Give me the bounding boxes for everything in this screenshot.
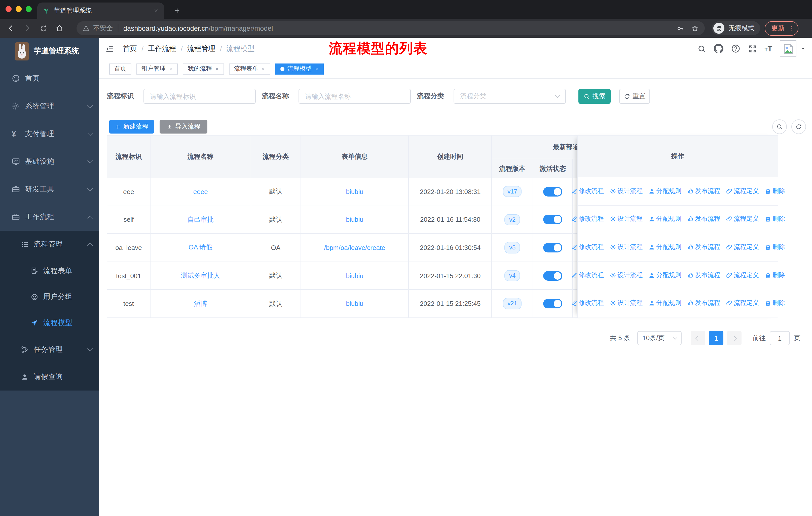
toggle-search-button[interactable]	[772, 119, 787, 134]
publish-process-link[interactable]: 发布流程	[687, 215, 720, 223]
process-definition-link[interactable]: 流程定义	[726, 187, 759, 195]
form-link[interactable]: biubiu	[346, 300, 363, 307]
delete-link[interactable]: 删除	[764, 187, 785, 195]
avatar[interactable]	[780, 40, 796, 57]
model-name-link[interactable]: 自己审批	[187, 215, 214, 224]
modify-process-link[interactable]: 修改流程	[571, 299, 604, 307]
modify-process-link[interactable]: 修改流程	[571, 271, 604, 279]
prev-page-button[interactable]	[691, 331, 705, 345]
model-name-link[interactable]: 滔博	[194, 299, 207, 308]
active-toggle[interactable]	[543, 271, 562, 280]
close-window-button[interactable]	[5, 6, 11, 12]
collapse-sidebar-button[interactable]	[105, 44, 114, 53]
design-process-link[interactable]: 设计流程	[609, 215, 643, 223]
browser-tab[interactable]: 芋道管理系统	[37, 2, 164, 19]
sidebar-item-payment[interactable]: ¥ 支付管理	[0, 120, 99, 147]
page-1-button[interactable]: 1	[709, 331, 723, 345]
delete-link[interactable]: 删除	[764, 271, 785, 279]
tag-tenant[interactable]: 租户管理	[137, 63, 178, 74]
assign-rule-link[interactable]: 分配规则	[648, 299, 682, 307]
modify-process-link[interactable]: 修改流程	[571, 215, 604, 223]
font-size-button[interactable]: TT	[764, 44, 772, 53]
design-process-link[interactable]: 设计流程	[609, 243, 643, 251]
security-label[interactable]: 不安全	[93, 24, 113, 33]
publish-process-link[interactable]: 发布流程	[687, 187, 720, 195]
fullscreen-button[interactable]	[748, 44, 757, 53]
sidebar-item-process-mgmt[interactable]: 流程管理	[0, 231, 99, 258]
publish-process-link[interactable]: 发布流程	[687, 299, 720, 307]
next-page-button[interactable]	[727, 331, 742, 345]
sidebar-item-task-mgmt[interactable]: 任务管理	[0, 336, 99, 363]
sidebar-item-process-model[interactable]: 流程模型	[0, 310, 99, 336]
model-name-link[interactable]: 测试多审批人	[181, 271, 220, 280]
reload-button[interactable]	[37, 22, 49, 34]
process-definition-link[interactable]: 流程定义	[726, 215, 759, 223]
publish-process-link[interactable]: 发布流程	[687, 271, 720, 279]
delete-link[interactable]: 删除	[764, 299, 785, 307]
close-icon[interactable]	[261, 67, 265, 71]
active-toggle[interactable]	[543, 299, 562, 308]
filter-name-input[interactable]	[298, 89, 411, 104]
import-process-button[interactable]: 导入流程	[160, 120, 207, 134]
tag-process-form[interactable]: 流程表单	[229, 63, 270, 74]
version-badge[interactable]: v5	[505, 242, 520, 253]
sidebar-item-user-group[interactable]: 用户分组	[0, 284, 99, 310]
filter-category-select[interactable]: 流程分类	[454, 89, 566, 104]
search-button[interactable]: 搜索	[578, 89, 611, 104]
active-toggle[interactable]	[543, 215, 562, 224]
close-tab-icon[interactable]	[153, 8, 158, 13]
tag-home[interactable]: 首页	[109, 63, 132, 74]
form-link[interactable]: /bpm/oa/leave/create	[324, 244, 385, 251]
sidebar-item-leave-query[interactable]: 请假查询	[0, 363, 99, 390]
goto-page-input[interactable]	[770, 331, 790, 345]
form-link[interactable]: biubiu	[346, 272, 363, 279]
sidebar-logo[interactable]: 芋道管理系统	[0, 38, 99, 64]
sidebar-item-workflow[interactable]: 工作流程	[0, 203, 99, 231]
assign-rule-link[interactable]: 分配规则	[648, 215, 682, 223]
sidebar-item-infra[interactable]: 基础设施	[0, 147, 99, 175]
tag-my-process[interactable]: 我的流程	[183, 63, 224, 74]
sidebar-item-home[interactable]: 首页	[0, 64, 99, 92]
breadcrumb-process-mgmt[interactable]: 流程管理	[187, 44, 215, 53]
active-toggle[interactable]	[543, 243, 562, 252]
breadcrumb-home[interactable]: 首页	[123, 44, 137, 53]
bookmark-star-icon[interactable]	[691, 24, 699, 32]
form-link[interactable]: biubiu	[346, 216, 363, 223]
version-badge[interactable]: v4	[505, 270, 520, 281]
address-bar[interactable]: 不安全 dashboard.yudao.iocoder.cn/bpm/manag…	[77, 21, 705, 35]
filter-id-input[interactable]	[143, 89, 256, 104]
browser-menu-dots-icon[interactable]	[788, 25, 795, 32]
design-process-link[interactable]: 设计流程	[609, 187, 643, 195]
model-name-link[interactable]: eeee	[193, 188, 208, 195]
key-icon[interactable]	[676, 24, 684, 32]
delete-link[interactable]: 删除	[764, 215, 785, 223]
create-process-button[interactable]: 新建流程	[109, 120, 154, 134]
header-search-button[interactable]	[697, 44, 706, 53]
publish-process-link[interactable]: 发布流程	[687, 243, 720, 251]
zoom-window-button[interactable]	[26, 6, 32, 12]
form-link[interactable]: biubiu	[346, 188, 363, 195]
minimize-window-button[interactable]	[16, 6, 22, 12]
sidebar-item-system[interactable]: 系统管理	[0, 92, 99, 120]
process-definition-link[interactable]: 流程定义	[726, 271, 759, 279]
model-name-link[interactable]: OA 请假	[188, 243, 212, 252]
design-process-link[interactable]: 设计流程	[609, 271, 643, 279]
design-process-link[interactable]: 设计流程	[609, 299, 643, 307]
process-definition-link[interactable]: 流程定义	[726, 299, 759, 307]
reset-button[interactable]: 重置	[619, 89, 650, 104]
process-definition-link[interactable]: 流程定义	[726, 243, 759, 251]
back-button[interactable]	[5, 22, 17, 34]
active-toggle[interactable]	[543, 187, 562, 196]
close-icon[interactable]	[215, 67, 219, 71]
user-menu-caret[interactable]	[801, 46, 806, 51]
version-badge[interactable]: v21	[503, 298, 522, 309]
sidebar-item-process-form[interactable]: 流程表单	[0, 258, 99, 284]
window-controls[interactable]	[5, 6, 32, 12]
breadcrumb-workflow[interactable]: 工作流程	[148, 44, 176, 53]
help-button[interactable]	[731, 44, 740, 53]
assign-rule-link[interactable]: 分配规则	[648, 243, 682, 251]
modify-process-link[interactable]: 修改流程	[571, 187, 604, 195]
home-button[interactable]	[53, 22, 65, 34]
close-icon[interactable]	[169, 67, 173, 71]
tag-process-model[interactable]: 流程模型	[276, 63, 324, 74]
